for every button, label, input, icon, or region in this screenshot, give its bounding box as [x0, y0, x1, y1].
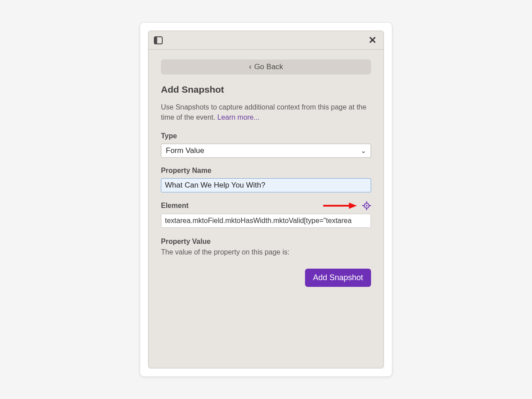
type-select-value: Form Value	[166, 146, 204, 155]
description-text: Use Snapshots to capture additional cont…	[161, 103, 366, 121]
panel-body: ‹ Go Back Add Snapshot Use Snapshots to …	[149, 50, 383, 368]
type-label: Type	[161, 132, 371, 140]
panel-header: ✕	[149, 31, 383, 50]
element-label: Element	[161, 202, 188, 210]
snapshot-panel: ✕ ‹ Go Back Add Snapshot Use Snapshots t…	[148, 31, 384, 368]
property-value-text: The value of the property on this page i…	[161, 248, 371, 256]
chevron-left-icon: ‹	[249, 63, 251, 70]
element-picker-icon[interactable]	[362, 201, 371, 210]
svg-marker-3	[349, 203, 357, 209]
outer-card: ✕ ‹ Go Back Add Snapshot Use Snapshots t…	[140, 22, 392, 377]
add-snapshot-button[interactable]: Add Snapshot	[305, 269, 371, 287]
learn-more-link[interactable]: Learn more...	[217, 113, 259, 121]
close-icon[interactable]: ✕	[367, 35, 378, 45]
property-name-input[interactable]	[161, 178, 371, 192]
chevron-down-icon: ⌄	[361, 147, 366, 154]
type-select[interactable]: Form Value ⌄	[161, 144, 371, 158]
red-arrow-annotation	[322, 202, 358, 210]
svg-point-5	[366, 205, 368, 207]
sidebar-toggle-icon[interactable]	[154, 36, 163, 44]
element-picker-indicator	[322, 201, 371, 210]
svg-rect-1	[154, 37, 157, 44]
property-name-label: Property Name	[161, 167, 371, 175]
go-back-button[interactable]: ‹ Go Back	[161, 59, 371, 74]
button-row: Add Snapshot	[161, 269, 371, 287]
description: Use Snapshots to capture additional cont…	[161, 102, 371, 122]
element-label-row: Element	[161, 201, 371, 210]
page-title: Add Snapshot	[161, 84, 371, 95]
element-selector-input[interactable]	[161, 214, 371, 228]
go-back-label: Go Back	[254, 63, 283, 71]
property-value-label: Property Value	[161, 238, 371, 246]
